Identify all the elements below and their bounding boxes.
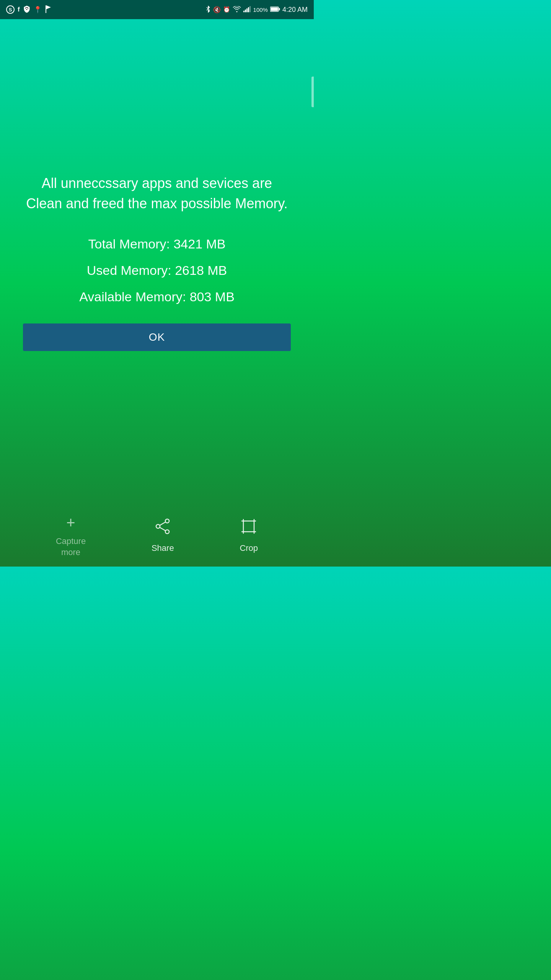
facebook-icon: f (18, 6, 20, 13)
wifi-icon (233, 6, 241, 13)
mute-icon: 🔇 (213, 6, 221, 13)
signal-icon (243, 6, 251, 13)
plus-icon: + (66, 514, 75, 531)
svg-rect-6 (245, 10, 246, 12)
share-icon (154, 518, 171, 538)
svg-point-13 (165, 519, 169, 523)
status-bar: S f 📍 � (0, 0, 314, 19)
svg-rect-18 (243, 521, 254, 532)
skype-icon: S (6, 5, 15, 14)
svg-line-16 (160, 522, 165, 525)
share-label: Share (152, 543, 174, 554)
crop-label: Crop (240, 543, 258, 554)
svg-rect-11 (279, 8, 280, 10)
scroll-handle[interactable] (311, 77, 314, 107)
crop-button[interactable]: Crop (240, 518, 258, 554)
memory-info: Total Memory: 3421 MB Used Memory: 2618 … (23, 233, 291, 308)
status-time: 4:20 AM (282, 6, 308, 14)
available-memory: Available Memory: 803 MB (23, 286, 291, 308)
ok-button[interactable]: OK (23, 323, 291, 351)
battery-icon (270, 7, 280, 13)
used-memory: Used Memory: 2618 MB (23, 259, 291, 282)
crop-icon (240, 518, 257, 538)
svg-rect-8 (248, 7, 249, 12)
flag-icon (45, 5, 51, 14)
wifi-shield-icon (23, 5, 31, 14)
capture-more-button[interactable]: + Capturemore (56, 514, 86, 558)
status-icons-right: 🔇 ⏰ 100% (205, 5, 308, 14)
share-button[interactable]: Share (152, 518, 174, 554)
svg-point-14 (165, 530, 169, 534)
main-content: All unneccssary apps and sevices are Cle… (0, 19, 314, 505)
svg-rect-7 (246, 8, 248, 12)
svg-point-15 (156, 524, 160, 528)
alarm-icon: ⏰ (223, 6, 230, 13)
svg-line-17 (160, 528, 165, 531)
message-text: All unneccssary apps and sevices are Cle… (23, 173, 291, 213)
status-icons-left: S f 📍 (6, 5, 51, 14)
capture-more-label: Capturemore (56, 536, 86, 558)
svg-rect-12 (271, 7, 278, 11)
location-icon: 📍 (34, 6, 42, 14)
total-memory: Total Memory: 3421 MB (23, 233, 291, 255)
bluetooth-icon (205, 5, 211, 14)
battery-percent: 100% (253, 7, 268, 13)
svg-rect-1 (46, 5, 46, 13)
svg-rect-5 (243, 11, 245, 12)
svg-rect-9 (249, 6, 251, 12)
bottom-toolbar: + Capturemore Share (0, 505, 314, 567)
svg-point-0 (26, 9, 27, 10)
svg-marker-2 (46, 5, 51, 9)
